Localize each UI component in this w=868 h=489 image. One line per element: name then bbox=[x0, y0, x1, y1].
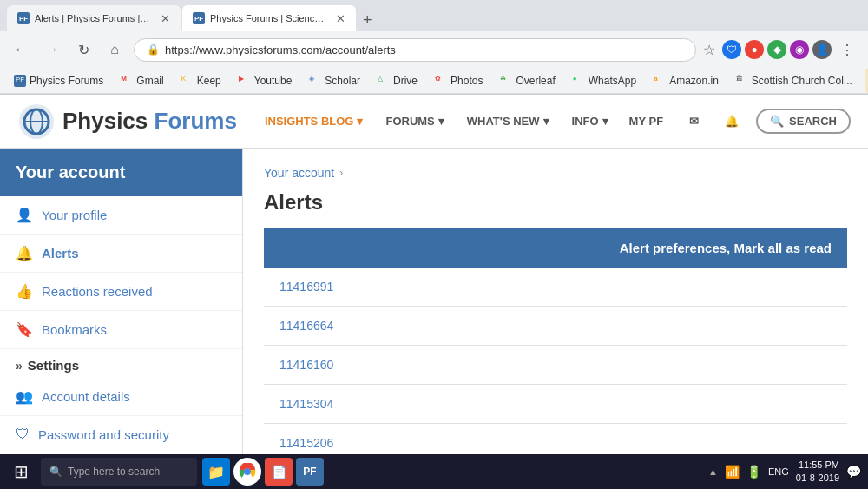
table-row[interactable]: 11416991 bbox=[264, 268, 847, 307]
table-row[interactable]: 11416160 bbox=[264, 346, 847, 385]
back-button[interactable]: ← bbox=[9, 37, 33, 62]
taskbar-app-pdf[interactable]: 📄 bbox=[265, 458, 293, 486]
search-button[interactable]: 🔍 SEARCH bbox=[756, 109, 851, 134]
bookmark-youtube[interactable]: ▶ Youtube bbox=[233, 73, 298, 89]
bookmark-star-button[interactable]: ☆ bbox=[703, 42, 715, 58]
taskbar-notification-area: ▲ bbox=[708, 466, 718, 477]
browser-icon-2[interactable]: ● bbox=[745, 40, 764, 59]
tab-bar: PF Alerts | Physics Forums | Science... … bbox=[0, 0, 868, 31]
taskbar-search-input[interactable] bbox=[68, 466, 188, 478]
browser-icon-3[interactable]: ◆ bbox=[767, 40, 786, 59]
bm-favicon-amazon: a bbox=[654, 75, 666, 87]
bookmark-scottish[interactable]: 🏛 Scottish Church Col... bbox=[731, 73, 858, 89]
address-text: https://www.physicsforums.com/account/al… bbox=[165, 43, 396, 56]
bookmark-amazon[interactable]: a Amazon.in bbox=[648, 73, 724, 89]
taskbar-search-box[interactable]: 🔍 bbox=[41, 458, 197, 486]
nav-right: MY PF ✉ 🔔 🔍 SEARCH bbox=[621, 109, 851, 134]
bookmark-overleaf[interactable]: ☘ Overleaf bbox=[495, 73, 560, 89]
logo-text: Physics Forums bbox=[62, 108, 237, 135]
sidebar-header: Your account bbox=[0, 149, 242, 196]
sidebar-item-alerts[interactable]: 🔔 Alerts bbox=[0, 235, 242, 273]
table-row[interactable]: 11416664 bbox=[264, 307, 847, 346]
forward-button[interactable]: → bbox=[40, 37, 64, 62]
page-title: Alerts bbox=[264, 190, 847, 215]
chevron-down-icon: ▾ bbox=[438, 115, 444, 128]
shield-icon: 🛡 bbox=[16, 426, 30, 442]
menu-button[interactable]: ⋮ bbox=[835, 37, 859, 62]
bm-favicon-scottish: 🏛 bbox=[736, 75, 748, 87]
alert-cell: 11416160 bbox=[264, 346, 847, 385]
taskbar-app-file-explorer[interactable]: 📁 bbox=[202, 458, 230, 486]
alert-cell: 11415304 bbox=[264, 385, 847, 424]
sidebar-item-bookmarks[interactable]: 🔖 Bookmarks bbox=[0, 311, 242, 349]
address-input[interactable]: 🔒 https://www.physicsforums.com/account/… bbox=[134, 38, 696, 62]
new-tab-button[interactable]: + bbox=[358, 11, 378, 30]
reload-button[interactable]: ↻ bbox=[71, 37, 95, 62]
breadcrumb-your-account[interactable]: Your account bbox=[264, 166, 334, 180]
sidebar-item-reactions[interactable]: 👍 Reactions received bbox=[0, 273, 242, 311]
home-button[interactable]: ⌂ bbox=[102, 37, 127, 62]
tab-1[interactable]: PF Alerts | Physics Forums | Science... … bbox=[7, 5, 181, 31]
browser-icon-4[interactable]: ◉ bbox=[790, 40, 809, 59]
taskbar-right: ▲ 📶 🔋 ENG 11:55 PM 01-8-2019 💬 bbox=[708, 459, 861, 486]
alert-preferences-header[interactable]: Alert preferences, Mark all as read bbox=[264, 228, 847, 268]
taskbar-app-chrome[interactable] bbox=[233, 458, 261, 486]
tab-2-title: Physics Forums | Science Articles... bbox=[210, 13, 327, 23]
taskbar: ⊞ 🔍 📁 📄 PF ▲ 📶 🔋 ENG 11:55 PM 01-8-2019 … bbox=[0, 454, 868, 489]
site-logo[interactable]: Physics Forums bbox=[17, 102, 237, 141]
chevron-down-icon: ▾ bbox=[602, 115, 608, 128]
bm-favicon-gmail: M bbox=[121, 75, 133, 87]
bookmark-icon: 🔖 bbox=[16, 321, 33, 338]
bookmark-gmail[interactable]: M Gmail bbox=[115, 73, 168, 89]
sidebar-item-profile[interactable]: 👤 Your profile bbox=[0, 196, 242, 235]
main-content: Your account 👤 Your profile 🔔 Alerts 👍 R… bbox=[0, 149, 868, 489]
bm-favicon-youtube: ▶ bbox=[239, 75, 251, 87]
bm-favicon-scholar: ◈ bbox=[309, 75, 321, 87]
user-account-icon[interactable]: 👤 bbox=[812, 40, 832, 59]
tab-2[interactable]: PF Physics Forums | Science Articles... … bbox=[182, 5, 356, 31]
settings-section-header: » Settings bbox=[0, 349, 242, 378]
alerts-table: Alert preferences, Mark all as read 1141… bbox=[264, 228, 847, 489]
my-pf-button[interactable]: MY PF bbox=[621, 109, 673, 133]
breadcrumb: Your account › bbox=[264, 166, 847, 180]
taskbar-battery-icon: 🔋 bbox=[746, 465, 761, 479]
nav-info[interactable]: INFO ▾ bbox=[562, 108, 619, 135]
taskbar-wifi-icon: 📶 bbox=[725, 465, 740, 479]
sidebar-item-password[interactable]: 🛡 Password and security bbox=[0, 416, 242, 453]
chevron-down-icon: ▾ bbox=[357, 115, 363, 128]
tab-2-favicon: PF bbox=[193, 12, 205, 24]
other-bookmarks[interactable]: Other bookmarks bbox=[865, 69, 868, 93]
browser-icon-1[interactable]: 🛡 bbox=[722, 40, 741, 59]
bookmark-keep[interactable]: K Keep bbox=[176, 73, 227, 89]
sidebar: Your account 👤 Your profile 🔔 Alerts 👍 R… bbox=[0, 149, 243, 489]
alerts-bell-button[interactable]: 🔔 bbox=[716, 109, 747, 133]
bm-favicon-pf: PF bbox=[14, 75, 26, 87]
thumbs-up-icon: 👍 bbox=[16, 283, 33, 300]
tab-2-close[interactable]: ✕ bbox=[336, 12, 345, 25]
address-bar: ← → ↻ ⌂ 🔒 https://www.physicsforums.com/… bbox=[0, 31, 868, 68]
person-icon: 👤 bbox=[16, 207, 33, 223]
messages-button[interactable]: ✉ bbox=[681, 109, 707, 133]
account-details-icon: 👥 bbox=[16, 388, 33, 405]
table-row[interactable]: 11415304 bbox=[264, 385, 847, 424]
bookmark-photos[interactable]: ✿ Photos bbox=[430, 73, 488, 89]
sidebar-item-account-details[interactable]: 👥 Account details bbox=[0, 378, 242, 416]
chevron-right-icon: » bbox=[16, 359, 23, 373]
nav-insights-blog[interactable]: INSIGHTS BLOG ▾ bbox=[254, 108, 374, 135]
bookmark-physics-forums[interactable]: PF Physics Forums bbox=[9, 73, 108, 89]
taskbar-app-pf[interactable]: PF bbox=[296, 458, 324, 486]
chevron-down-icon: ▾ bbox=[543, 115, 549, 128]
bookmark-whatsapp[interactable]: ● WhatsApp bbox=[568, 73, 641, 89]
bm-favicon-keep: K bbox=[181, 75, 194, 87]
bookmark-scholar[interactable]: ◈ Scholar bbox=[304, 73, 365, 89]
tab-1-close[interactable]: ✕ bbox=[161, 12, 170, 25]
taskbar-notifications-icon[interactable]: 💬 bbox=[846, 465, 861, 479]
taskbar-lang: ENG bbox=[768, 466, 789, 477]
nav-whats-new[interactable]: WHAT'S NEW ▾ bbox=[457, 108, 560, 135]
bookmark-drive[interactable]: △ Drive bbox=[372, 73, 423, 89]
nav-forums[interactable]: FORUMS ▾ bbox=[375, 108, 454, 135]
bell-icon: 🔔 bbox=[725, 115, 739, 128]
content-area: Your account › Alerts Alert preferences,… bbox=[243, 149, 868, 489]
bm-favicon-whatsapp: ● bbox=[573, 75, 585, 87]
start-button[interactable]: ⊞ bbox=[7, 458, 36, 486]
